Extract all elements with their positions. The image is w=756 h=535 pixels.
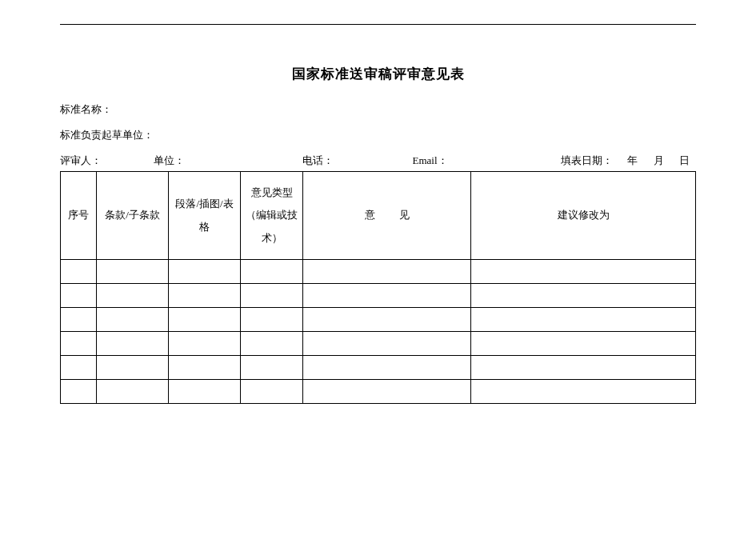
- cell-clause: [97, 356, 169, 380]
- cell-index: [61, 284, 97, 308]
- cell-index: [61, 356, 97, 380]
- cell-index: [61, 260, 97, 284]
- col-header-paragraph: 段落/插图/表格: [169, 172, 241, 260]
- cell-clause: [97, 260, 169, 284]
- standard-name-label: 标准名称：: [60, 103, 112, 115]
- cell-opinion: [303, 356, 471, 380]
- cell-paragraph: [169, 284, 241, 308]
- document-title: 国家标准送审稿评审意见表: [60, 65, 696, 83]
- cell-clause: [97, 308, 169, 332]
- cell-opinion: [303, 284, 471, 308]
- cell-type: [241, 284, 303, 308]
- unit-label: 单位：: [154, 154, 185, 166]
- cell-index: [61, 308, 97, 332]
- cell-type: [241, 356, 303, 380]
- cell-paragraph: [169, 380, 241, 404]
- cell-paragraph: [169, 332, 241, 356]
- table-row: [61, 284, 696, 308]
- fill-date-value: 年 月 日: [627, 154, 696, 168]
- cell-clause: [97, 380, 169, 404]
- cell-type: [241, 260, 303, 284]
- cell-index: [61, 380, 97, 404]
- col-header-opinion: 意见: [303, 172, 471, 260]
- cell-suggestion: [471, 332, 696, 356]
- table-header-row: 序号 条款/子条款 段落/插图/表格 意见类型（编辑或技术） 意见 建议修改为: [61, 172, 696, 260]
- cell-paragraph: [169, 308, 241, 332]
- top-divider: [60, 24, 696, 25]
- reviewer-label: 评审人：: [60, 154, 102, 166]
- cell-type: [241, 308, 303, 332]
- col-header-index: 序号: [61, 172, 97, 260]
- table-row: [61, 332, 696, 356]
- cell-paragraph: [169, 260, 241, 284]
- draft-unit-label: 标准负责起草单位：: [60, 129, 154, 141]
- cell-opinion: [303, 308, 471, 332]
- col-header-type: 意见类型（编辑或技术）: [241, 172, 303, 260]
- cell-paragraph: [169, 356, 241, 380]
- fill-date-label: 填表日期：: [561, 154, 613, 168]
- cell-clause: [97, 284, 169, 308]
- cell-type: [241, 332, 303, 356]
- standard-name-line: 标准名称：: [60, 102, 696, 117]
- cell-suggestion: [471, 308, 696, 332]
- cell-opinion: [303, 332, 471, 356]
- cell-index: [61, 332, 97, 356]
- cell-opinion: [303, 380, 471, 404]
- reviewer-line: 评审人： 单位： 电话： Email： 填表日期： 年 月 日: [60, 154, 696, 168]
- cell-type: [241, 380, 303, 404]
- table-row: [61, 380, 696, 404]
- cell-suggestion: [471, 380, 696, 404]
- cell-suggestion: [471, 260, 696, 284]
- table-row: [61, 356, 696, 380]
- col-header-opinion-text: 意见: [341, 209, 434, 221]
- phone-label: 电话：: [302, 154, 334, 166]
- col-header-clause: 条款/子条款: [97, 172, 169, 260]
- cell-clause: [97, 332, 169, 356]
- col-header-suggestion: 建议修改为: [471, 172, 696, 260]
- table-row: [61, 260, 696, 284]
- cell-suggestion: [471, 356, 696, 380]
- cell-opinion: [303, 260, 471, 284]
- cell-suggestion: [471, 284, 696, 308]
- email-label: Email：: [413, 154, 448, 166]
- draft-unit-line: 标准负责起草单位：: [60, 128, 696, 142]
- page: 国家标准送审稿评审意见表 标准名称： 标准负责起草单位： 评审人： 单位： 电话…: [0, 0, 756, 404]
- table-row: [61, 308, 696, 332]
- review-table: 序号 条款/子条款 段落/插图/表格 意见类型（编辑或技术） 意见 建议修改为: [60, 171, 696, 404]
